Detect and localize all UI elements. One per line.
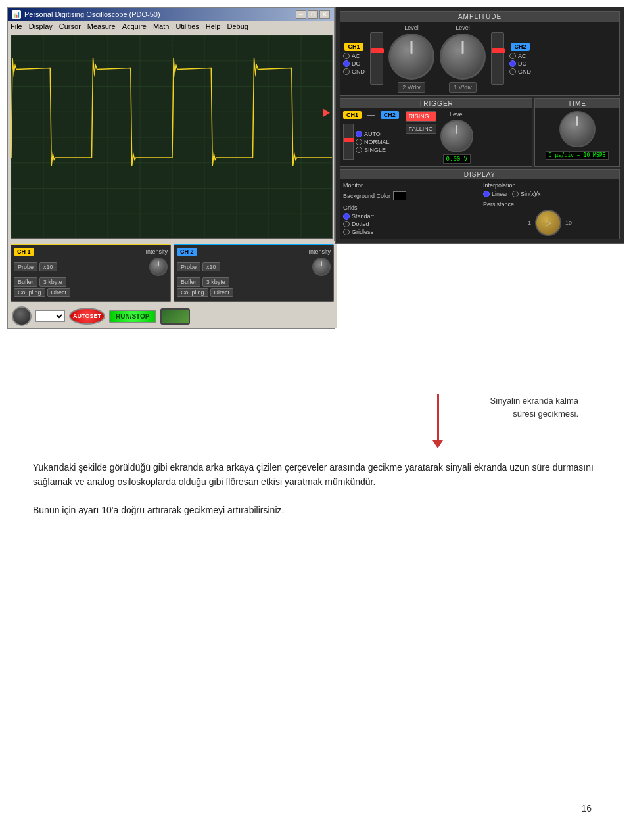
arrow-line xyxy=(437,394,439,440)
title-bar: 📊 Personal Digitising Oscilloscope (PDO-… xyxy=(8,8,334,21)
trigger-section: TRIGGER CH1 ── CH2 xyxy=(340,98,532,167)
trigger-single-option[interactable]: SINGLE xyxy=(356,147,390,153)
menu-cursor[interactable]: Cursor xyxy=(59,22,81,30)
ch1-level-slider[interactable] xyxy=(370,32,383,85)
bg-color-box[interactable] xyxy=(393,191,406,200)
trigger-ch1-badge: CH1 xyxy=(343,111,362,119)
amplitude-title: AMPLITUDE xyxy=(340,12,619,22)
ch2-intensity-knob[interactable] xyxy=(312,258,331,276)
menu-file[interactable]: File xyxy=(11,22,22,30)
interp-linear-option[interactable]: Linear xyxy=(483,191,508,197)
ch2-buffer-button[interactable]: Buffer xyxy=(177,277,200,287)
trigger-level-label: Level xyxy=(450,111,464,118)
persistance-knob[interactable] xyxy=(535,210,561,236)
autoset-button[interactable]: AUTOSET xyxy=(69,308,105,325)
persistance-knob-area: 1 10 xyxy=(483,210,617,236)
ch1-intensity-label: Intensity xyxy=(145,248,168,255)
caption-area: Sinyalin ekranda kalma süresi gecikmesi. xyxy=(490,394,578,420)
grid-standart-option[interactable]: Standart xyxy=(343,213,477,220)
amplitude-section: AMPLITUDE CH1 AC DC GND xyxy=(340,11,620,96)
mode-dropdown[interactable] xyxy=(35,310,65,322)
persist-min-label: 1 xyxy=(528,220,531,226)
battery-icon xyxy=(160,308,190,325)
ch2-level-label: Level xyxy=(456,24,470,31)
interp-sinx-option[interactable]: Sin(x)/x xyxy=(512,191,541,197)
minimize-button[interactable]: ─ xyxy=(296,10,306,19)
ch2-level-knob[interactable] xyxy=(440,34,486,80)
trigger-normal-option[interactable]: NORMAL xyxy=(356,139,390,145)
monitor-label: Monitor xyxy=(343,182,477,189)
bottom-bar: AUTOSET RUN/STOP xyxy=(8,304,337,328)
trigger-falling-edge[interactable]: FALLING xyxy=(406,124,436,134)
ch2-coupling-button[interactable]: Coupling xyxy=(177,288,208,297)
body-text-area: Yukarıdaki şekilde görüldüğü gibi ekrand… xyxy=(33,460,598,530)
trigger-level-area: Level 0.00 V xyxy=(440,111,473,164)
ch1-intensity-knob[interactable] xyxy=(149,258,168,276)
ch1-ac-option[interactable]: AC xyxy=(343,53,365,59)
arrow-head xyxy=(432,440,443,448)
ch1-level-knob[interactable] xyxy=(388,34,434,80)
trigger-auto-option[interactable]: AUTO xyxy=(356,131,390,137)
ch2-probe-value[interactable]: x10 xyxy=(202,262,220,271)
close-button[interactable]: ✕ xyxy=(319,10,330,19)
grid-dotted-option[interactable]: Dotted xyxy=(343,221,477,227)
ch2-badge: CH 2 xyxy=(177,248,197,256)
ch2-panel: CH 2 Intensity Probe x10 Buffer 3 kbyte … xyxy=(174,244,334,302)
ch2-level-slider[interactable] xyxy=(491,32,504,85)
ch2-slider-thumb xyxy=(492,48,505,53)
window-title: Personal Digitising Oscilloscope (PDO-50… xyxy=(24,11,160,18)
trigger-level-knob[interactable] xyxy=(440,120,473,152)
ch1-gnd-option[interactable]: GND xyxy=(343,68,365,75)
menu-utilities[interactable]: Utilities xyxy=(175,22,199,30)
menu-bar: File Display Cursor Measure Acquire Math… xyxy=(8,21,334,32)
ch2-direct-button[interactable]: Direct xyxy=(210,288,234,297)
channel-controls: CH 1 Intensity Probe x10 Buffer 3 kbyte … xyxy=(8,241,337,304)
trigger-rising-edge[interactable]: RISING xyxy=(406,111,436,122)
menu-measure[interactable]: Measure xyxy=(87,22,116,30)
ch1-direct-button[interactable]: Direct xyxy=(47,288,71,297)
ch1-probe-button[interactable]: Probe xyxy=(14,262,37,271)
menu-debug[interactable]: Debug xyxy=(227,22,248,30)
menu-help[interactable]: Help xyxy=(206,22,221,30)
time-div-label: 5 μs/div – 10 MSPS xyxy=(546,151,609,160)
display-left-col: Monitor Background Color Grids Standart … xyxy=(343,182,477,236)
caption-line2: süresi gecikmesi. xyxy=(490,408,578,421)
ch2-buffer-value[interactable]: 3 kbyte xyxy=(202,277,229,287)
trigger-ch1-slider[interactable] xyxy=(343,124,354,160)
grid-gridless-option[interactable]: Gridless xyxy=(343,229,477,235)
ch1-buffer-button[interactable]: Buffer xyxy=(14,277,37,287)
menu-display[interactable]: Display xyxy=(29,22,53,30)
interpolation-label: Interpolation xyxy=(483,182,617,189)
paragraph2: Bunun için ayarı 10'a doğru artırarak ge… xyxy=(33,503,598,517)
menu-math[interactable]: Math xyxy=(153,22,169,30)
runstop-button[interactable]: RUN/STOP xyxy=(109,310,156,323)
ch1-probe-value[interactable]: x10 xyxy=(39,262,57,271)
app-icon: 📊 xyxy=(12,10,21,19)
power-button[interactable] xyxy=(12,306,32,326)
display-right-col: Interpolation Linear Sin(x)/x Persistanc… xyxy=(483,182,617,236)
ch2-coupling-group: AC DC GND xyxy=(509,53,531,75)
ch2-probe-button[interactable]: Probe xyxy=(177,262,200,271)
amplitude-ch2-knob-area: Level 1 V/div xyxy=(440,24,486,93)
menu-acquire[interactable]: Acquire xyxy=(122,22,147,30)
display-title: DISPLAY xyxy=(340,170,619,179)
display-section: DISPLAY Monitor Background Color Grids S… xyxy=(340,169,620,239)
oscilloscope-screen xyxy=(11,35,333,239)
screen-area: CH 1 Intensity Probe x10 Buffer 3 kbyte … xyxy=(8,32,337,328)
caption-line1: Sinyalin ekranda kalma xyxy=(490,394,578,408)
ch1-coupling-button[interactable]: Coupling xyxy=(14,288,45,297)
paragraph1: Yukarıdaki şekilde görüldüğü gibi ekrand… xyxy=(33,460,598,490)
ch2-dc-option[interactable]: DC xyxy=(509,60,531,67)
grids-label: Grids xyxy=(343,204,477,211)
ch2-gnd-option[interactable]: GND xyxy=(509,68,531,75)
ch2-intensity-label: Intensity xyxy=(308,248,331,255)
time-knob[interactable] xyxy=(559,111,596,147)
ch2-ac-option[interactable]: AC xyxy=(509,53,531,59)
amplitude-ch2-column: CH2 AC DC GND xyxy=(509,43,531,75)
ch1-buffer-value[interactable]: 3 kbyte xyxy=(39,277,66,287)
ch1-panel: CH 1 Intensity Probe x10 Buffer 3 kbyte … xyxy=(11,244,171,302)
trigger-time-row: TRIGGER CH1 ── CH2 xyxy=(340,98,620,167)
time-title: TIME xyxy=(535,99,619,108)
maximize-button[interactable]: □ xyxy=(308,10,318,19)
ch1-dc-option[interactable]: DC xyxy=(343,60,365,67)
